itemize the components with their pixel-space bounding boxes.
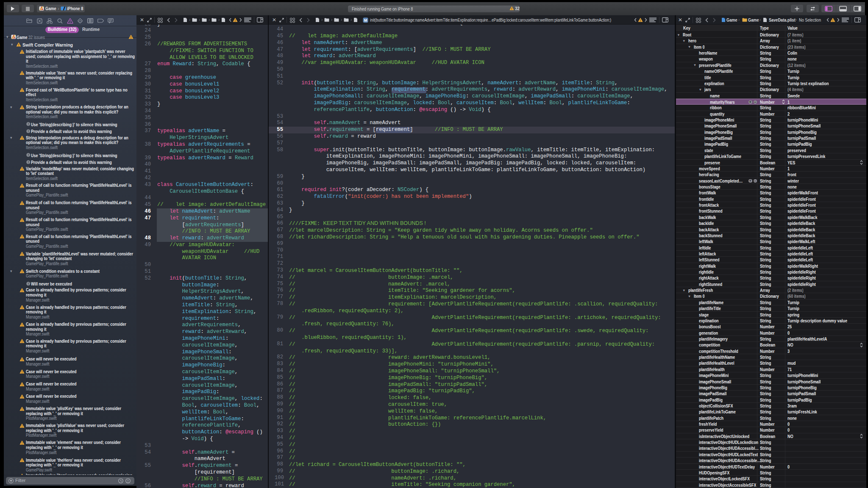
svg-text:M: M [364, 18, 367, 22]
